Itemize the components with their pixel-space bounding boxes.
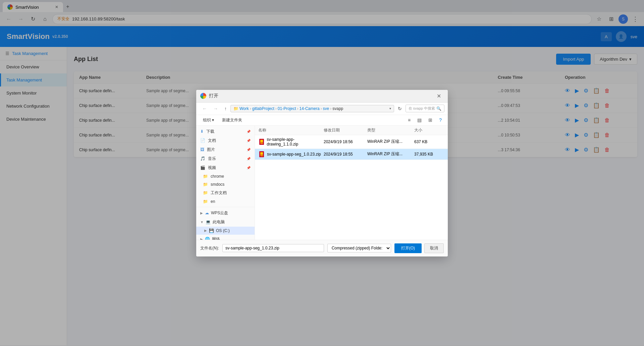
file-type: WinRAR ZIP 压缩...: [367, 139, 414, 145]
sidebar-smdocs[interactable]: 📁 smdocs: [196, 180, 255, 188]
pin-icon: 📌: [247, 166, 251, 170]
filename-input[interactable]: [222, 244, 324, 252]
file-type: WinRAR ZIP 压缩...: [367, 151, 414, 157]
network-icon: 🌐: [205, 237, 210, 240]
sidebar-videos[interactable]: 🎬 视频 📌: [196, 163, 255, 172]
dialog-file-list: 名称 修改日期 类型 大小 ZIP: [255, 126, 448, 240]
dialog-cancel-button[interactable]: 取消: [424, 243, 444, 253]
dialog-title-text: 打开: [209, 93, 218, 99]
expand-arrow: ▶: [204, 229, 207, 232]
sidebar-item-label: OS (C:): [216, 228, 230, 233]
col-type: 类型: [367, 127, 414, 133]
file-name: sv-sample-app-seg_1.0.23.zip: [267, 152, 321, 157]
filetype-select[interactable]: Compressed (zipped) Folde:: [327, 244, 391, 252]
breadcrumb-part-camera[interactable]: 14-Camera: [300, 106, 320, 111]
pin-icon: 📌: [247, 130, 251, 133]
breadcrumb-part-sve[interactable]: sve: [323, 106, 329, 111]
expand-arrow: ▶: [200, 211, 203, 215]
sidebar-item-label: en: [211, 199, 215, 204]
file-name-cell: ZIP sv-sample-app-seg_1.0.23.zip: [258, 151, 324, 158]
sidebar-item-label: WPS云盘: [211, 210, 228, 216]
videos-folder-icon: 🎬: [200, 165, 205, 170]
file-date: 2024/9/19 18:55: [324, 152, 367, 157]
dialog-close-btn[interactable]: ✕: [434, 92, 444, 100]
breadcrumb-dropdown-icon[interactable]: ▾: [389, 107, 391, 110]
expand-arrow: ▶: [200, 237, 203, 240]
sidebar-pictures[interactable]: 🖼 图片 📌: [196, 145, 255, 154]
sidebar-this-pc[interactable]: ▼ 💻 此电脑: [196, 218, 255, 227]
help-btn[interactable]: ?: [437, 116, 444, 124]
dlg-up-btn[interactable]: ↑: [222, 105, 229, 113]
en-folder-icon: 📁: [203, 199, 208, 204]
dialog-open-button[interactable]: 打开(O): [394, 243, 422, 253]
dlg-back-btn[interactable]: ←: [200, 105, 210, 113]
cloud-icon: ☁: [205, 211, 209, 215]
chrome-folder-icon: 📁: [203, 174, 208, 179]
organize-label: 组织 ▾: [203, 117, 214, 123]
breadcrumb-sep: ›: [330, 106, 331, 111]
sidebar-music[interactable]: 🎵 音乐 📌: [196, 154, 255, 163]
breadcrumb-part-project[interactable]: 01-Project: [278, 106, 296, 111]
sidebar-work-docs[interactable]: 📁 工作文档: [196, 188, 255, 197]
smdocs-folder-icon: 📁: [203, 182, 208, 187]
document-folder-icon: 📄: [200, 138, 205, 143]
file-name: sv-sample-app-drawing_1.1.0.zip: [267, 137, 324, 147]
view-list-btn[interactable]: ≡: [406, 116, 413, 124]
file-date: 2024/9/19 18:56: [324, 139, 367, 144]
file-size: 37,935 KB: [414, 152, 444, 157]
sidebar-network[interactable]: ▶ 🌐 网络: [196, 235, 255, 240]
organize-btn[interactable]: 组织 ▾: [200, 116, 217, 124]
sidebar-item-label: 文档: [208, 138, 216, 143]
dialog-toolbar: ← → ↑ 📁 Work › gitlabProject › 01-Projec…: [196, 103, 448, 115]
breadcrumb-part-work[interactable]: Work: [239, 106, 249, 111]
view-grid-btn[interactable]: ⊞: [426, 116, 434, 124]
dlg-refresh-btn[interactable]: ↻: [395, 105, 405, 113]
zip-file-icon: ZIP: [258, 138, 265, 145]
view-details-btn[interactable]: ▤: [415, 116, 424, 124]
sidebar-os-drive[interactable]: ▶ 💾 OS (C:): [196, 227, 255, 235]
dialog-actions-toolbar: 组织 ▾ 新建文件夹 ≡ ▤ ⊞ ?: [196, 115, 448, 126]
search-icon: 🔍: [436, 106, 441, 111]
file-row[interactable]: ZIP sv-sample-app-drawing_1.1.0.zip 2024…: [255, 135, 448, 149]
pin-icon: 📌: [247, 139, 251, 142]
file-size: 637 KB: [414, 139, 444, 144]
col-name: 名称: [258, 127, 324, 133]
sidebar-item-label: chrome: [211, 174, 224, 179]
download-folder-icon: ⬇: [200, 129, 204, 134]
breadcrumb-part-gitlab[interactable]: gitlabProject: [252, 106, 274, 111]
new-folder-btn[interactable]: 新建文件夹: [219, 116, 245, 124]
sidebar-item-label: 视频: [208, 165, 216, 171]
file-row-selected[interactable]: ZIP sv-sample-app-seg_1.0.23.zip 2024/9/…: [255, 149, 448, 160]
files-header: 名称 修改日期 类型 大小: [255, 126, 448, 135]
col-size: 大小: [414, 127, 444, 133]
sidebar-item-label: 图片: [207, 147, 215, 153]
svg-text:ZIP: ZIP: [260, 154, 263, 156]
file-dialog: 打开 ✕ ← → ↑ 📁 Work › gitlabProject › 01-P…: [196, 90, 448, 256]
sidebar-wps-cloud[interactable]: ▶ ☁ WPS云盘: [196, 209, 255, 218]
dlg-forward-btn[interactable]: →: [211, 105, 221, 113]
sidebar-chrome[interactable]: 📁 chrome: [196, 172, 255, 180]
dialog-action-buttons: 打开(O) 取消: [394, 243, 444, 253]
dialog-body: ⬇ 下载 📌 📄 文档 📌 🖼 图片 📌 🎵 音乐 📌: [196, 126, 448, 240]
breadcrumb-part-svapp[interactable]: svapp: [332, 106, 343, 111]
expand-arrow: ▼: [200, 220, 204, 224]
pictures-folder-icon: 🖼: [200, 147, 204, 152]
chrome-icon: [200, 93, 206, 99]
dialog-overlay: 打开 ✕ ← → ↑ 📁 Work › gitlabProject › 01-P…: [0, 0, 644, 345]
dialog-title-bar: 打开 ✕: [196, 90, 448, 103]
zip-file-icon: ZIP: [258, 151, 265, 158]
breadcrumb-folder-icon: 📁: [233, 106, 238, 111]
sidebar-downloads[interactable]: ⬇ 下载 📌: [196, 127, 255, 136]
music-folder-icon: 🎵: [200, 156, 205, 161]
breadcrumb-sep: ›: [321, 106, 322, 111]
filename-label: 文件名(N):: [200, 245, 219, 251]
sidebar-item-label: 下载: [206, 129, 214, 134]
sidebar-documents[interactable]: 📄 文档 📌: [196, 136, 255, 145]
sidebar-item-label: 工作文档: [211, 190, 227, 196]
breadcrumb-bar: 📁 Work › gitlabProject › 01-Project › 14…: [230, 105, 394, 112]
sidebar-item-label: 网络: [212, 236, 220, 240]
breadcrumb-sep: ›: [250, 106, 251, 111]
col-date: 修改日期: [324, 127, 367, 133]
sidebar-en[interactable]: 📁 en: [196, 197, 255, 206]
breadcrumb-sep: ›: [275, 106, 277, 111]
